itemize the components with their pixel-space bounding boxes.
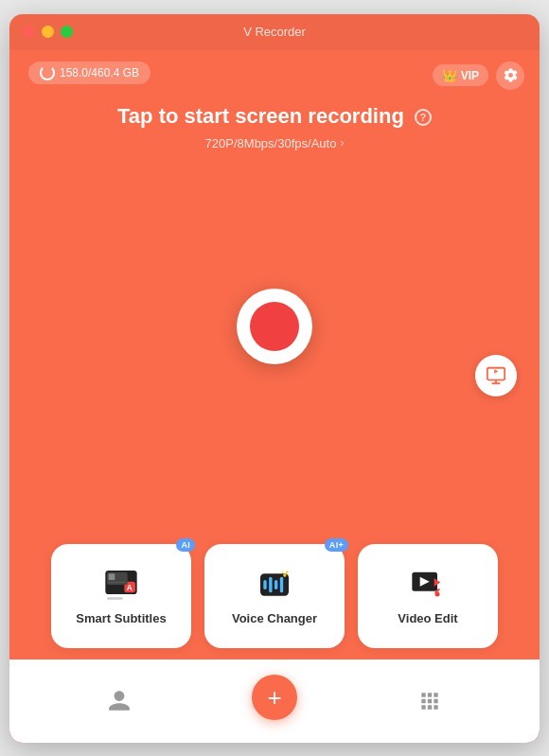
quality-text: 720P/8Mbps/30fps/Auto — [205, 136, 337, 150]
ai-badge-voice-changer: AI+ — [325, 538, 348, 552]
vip-label: VIP — [461, 69, 479, 82]
float-side-button[interactable] — [475, 355, 517, 396]
chevron-right-icon: › — [340, 136, 344, 149]
svg-rect-7 — [109, 582, 126, 584]
ai-badge-smart-subtitles: AI — [176, 538, 195, 552]
page-headline: Tap to start screen recording ? — [117, 104, 432, 128]
window-title: V Recorder — [243, 25, 306, 39]
headline-text: Tap to start screen recording — [117, 104, 404, 128]
quality-settings-link[interactable]: 720P/8Mbps/30fps/Auto › — [205, 136, 345, 150]
video-edit-card[interactable]: Video Edit — [358, 544, 498, 648]
headline-area: Tap to start screen recording ? — [117, 104, 432, 129]
smart-subtitles-icon: A — [102, 566, 140, 604]
svg-point-13 — [283, 573, 286, 576]
video-edit-label: Video Edit — [398, 611, 457, 625]
voice-changer-card[interactable]: AI+ Voice Changer — [204, 544, 345, 648]
svg-rect-9 — [263, 580, 266, 589]
storage-icon — [40, 65, 55, 80]
maximize-button[interactable] — [61, 26, 73, 38]
help-icon[interactable]: ? — [415, 109, 432, 126]
record-button-inner — [250, 302, 299, 351]
svg-text:A: A — [127, 583, 133, 592]
app-window: V Recorder 158.0/460.4 GB 👑 VIP Tap to s… — [9, 14, 540, 743]
person-icon — [107, 689, 132, 713]
minimize-button[interactable] — [42, 26, 54, 38]
video-edit-icon — [409, 566, 447, 604]
traffic-lights — [23, 26, 73, 38]
svg-rect-10 — [269, 577, 272, 593]
svg-point-15 — [282, 571, 284, 573]
svg-rect-0 — [487, 367, 505, 379]
feature-cards-container: AI A Smart Subtitles AI+ — [9, 544, 540, 648]
title-bar: V Recorder — [9, 14, 540, 50]
svg-point-14 — [286, 571, 289, 573]
apps-icon — [417, 689, 442, 713]
svg-rect-11 — [274, 580, 277, 589]
record-button[interactable] — [237, 289, 312, 364]
record-button-container — [237, 289, 312, 364]
main-content: Tap to start screen recording ? 720P/8Mb… — [9, 95, 540, 150]
vip-badge[interactable]: 👑 VIP — [433, 64, 488, 86]
voice-changer-icon — [256, 566, 293, 604]
crown-icon: 👑 — [442, 68, 457, 82]
screen-record-icon — [486, 365, 506, 386]
svg-rect-12 — [280, 577, 283, 593]
voice-changer-label: Voice Changer — [232, 611, 317, 625]
close-button[interactable] — [23, 26, 35, 38]
svg-rect-4 — [107, 597, 123, 600]
plus-icon: + — [267, 685, 281, 710]
smart-subtitles-label: Smart Subtitles — [76, 611, 166, 625]
add-button[interactable]: + — [252, 675, 297, 720]
smart-subtitles-card[interactable]: AI A Smart Subtitles — [51, 544, 191, 648]
gear-icon — [503, 67, 519, 83]
settings-button[interactable] — [496, 62, 524, 90]
svg-point-18 — [435, 592, 440, 597]
top-right-controls: 👑 VIP — [433, 62, 524, 90]
svg-rect-6 — [109, 573, 115, 580]
storage-badge: 158.0/460.4 GB — [28, 62, 151, 84]
storage-text: 158.0/460.4 GB — [60, 66, 139, 79]
person-tab[interactable] — [107, 689, 132, 713]
apps-tab[interactable] — [417, 689, 442, 713]
bottom-toolbar: + — [9, 659, 540, 743]
